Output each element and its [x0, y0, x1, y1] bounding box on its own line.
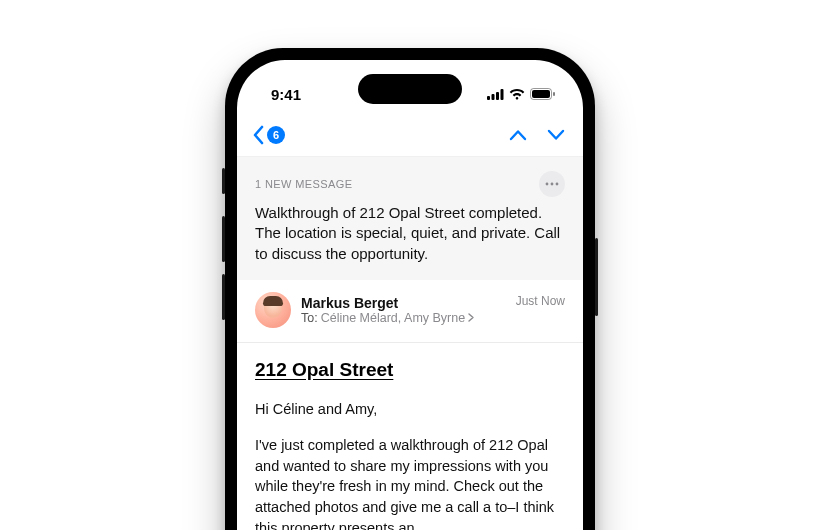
chevron-back-icon: [251, 125, 265, 145]
recipients: Céline Mélard, Amy Byrne: [321, 311, 466, 325]
email-body: 212 Opal Street Hi Céline and Amy, I've …: [237, 343, 583, 530]
status-right: [487, 88, 555, 100]
ellipsis-icon: [545, 182, 559, 186]
wifi-icon: [509, 89, 525, 100]
email-paragraph: I've just completed a walkthrough of 212…: [255, 435, 565, 530]
previous-message-button[interactable]: [509, 129, 527, 141]
sender-row[interactable]: Markus Berget To: Céline Mélard, Amy Byr…: [237, 280, 583, 343]
volume-up-button[interactable]: [222, 216, 225, 262]
more-button[interactable]: [539, 171, 565, 197]
email-greeting: Hi Céline and Amy,: [255, 399, 565, 420]
summary-text: Walkthrough of 212 Opal Street completed…: [255, 203, 565, 264]
unread-badge: 6: [267, 126, 285, 144]
message-content: 1 NEW MESSAGE Walkthrough of 212 Opal St…: [237, 156, 583, 530]
screen: 9:41: [237, 60, 583, 530]
dynamic-island: [358, 74, 462, 104]
back-button[interactable]: 6: [251, 125, 285, 145]
svg-rect-6: [553, 92, 555, 96]
timestamp: Just Now: [516, 294, 565, 308]
sender-name: Markus Berget: [301, 295, 506, 311]
power-button[interactable]: [595, 238, 598, 316]
summary-label: 1 NEW MESSAGE: [255, 178, 353, 190]
svg-point-9: [556, 183, 559, 186]
svg-rect-1: [492, 94, 495, 100]
svg-point-7: [546, 183, 549, 186]
email-subject: 212 Opal Street: [255, 359, 399, 381]
cellular-icon: [487, 89, 504, 100]
svg-rect-2: [496, 92, 499, 100]
next-message-button[interactable]: [547, 129, 565, 141]
summary-card[interactable]: 1 NEW MESSAGE Walkthrough of 212 Opal St…: [237, 157, 583, 280]
to-label: To:: [301, 311, 318, 325]
svg-rect-3: [501, 89, 504, 100]
recipients-line[interactable]: To: Céline Mélard, Amy Byrne: [301, 311, 506, 325]
chevron-right-icon: [468, 313, 474, 322]
svg-rect-5: [532, 90, 550, 98]
email-text: Hi Céline and Amy, I've just completed a…: [255, 399, 565, 530]
avatar: [255, 292, 291, 328]
nav-bar: 6: [237, 114, 583, 156]
phone-frame: 9:41: [225, 48, 595, 530]
battery-icon: [530, 88, 555, 100]
svg-point-8: [551, 183, 554, 186]
status-time: 9:41: [271, 86, 301, 103]
volume-down-button[interactable]: [222, 274, 225, 320]
svg-rect-0: [487, 96, 490, 100]
mute-switch[interactable]: [222, 168, 225, 194]
